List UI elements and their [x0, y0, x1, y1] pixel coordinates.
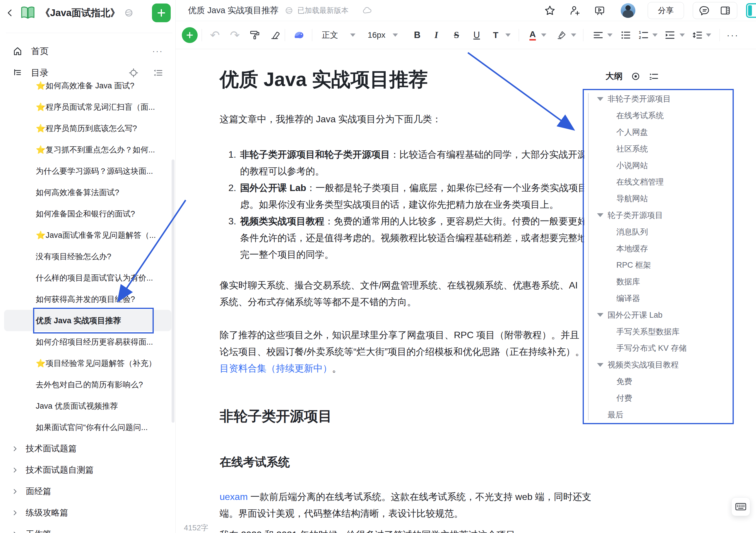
doc-link[interactable]: uexam [220, 492, 248, 502]
chevron-down-icon[interactable] [597, 97, 604, 101]
sidebar-section-item[interactable]: 面经篇 [4, 481, 171, 502]
sidebar-page-item[interactable]: 什么样的项目是面试官认为有价... [4, 267, 171, 289]
sidebar-page-item[interactable]: ⭐复习抓不到重点怎么办？如何... [4, 139, 171, 160]
outline-item[interactable]: 轮子类开源项目 [584, 207, 732, 224]
star-icon[interactable] [544, 5, 556, 16]
redo-button[interactable]: ↷ [230, 28, 240, 42]
clear-format-button[interactable]: T [493, 30, 498, 40]
present-icon[interactable] [594, 5, 606, 16]
share-button[interactable]: 分享 [648, 2, 684, 19]
chevron-down-icon[interactable] [597, 213, 604, 217]
outline-item[interactable]: 小说网站 [584, 157, 732, 174]
add-page-button[interactable] [152, 4, 171, 22]
chevron-down-icon[interactable] [597, 363, 604, 367]
comment-icon[interactable] [699, 5, 710, 16]
sidebar-page-item[interactable]: 优质 Java 实战项目推荐 [4, 310, 171, 331]
outline-list-icon[interactable] [649, 71, 659, 81]
sidebar-page-item[interactable]: 没有项目经验怎么办? [4, 246, 171, 267]
sidebar-section-item[interactable]: 技术面试题自测篇 [4, 459, 171, 481]
ai-assistant-icon[interactable] [293, 29, 305, 41]
outline-item[interactable]: 免费 [584, 373, 732, 390]
indent-button[interactable] [665, 30, 675, 40]
outline-item[interactable]: 个人网盘 [584, 124, 732, 141]
chevron-down-icon[interactable] [607, 33, 612, 37]
eye-icon[interactable] [631, 71, 641, 81]
outline-item[interactable]: 在线文档管理 [584, 174, 732, 190]
add-collaborator-icon[interactable] [569, 5, 581, 16]
keyboard-shortcuts-button[interactable] [731, 497, 750, 516]
chevron-down-icon[interactable] [652, 33, 658, 37]
sidebar-page-item[interactable]: 为什么要学习源码？源码这块面... [4, 160, 171, 182]
bold-button[interactable]: B [414, 30, 420, 40]
sidebar-page-item[interactable]: 如果面试官问“你有什么问题问... [4, 417, 171, 438]
sidebar-page-item[interactable]: 如何介绍项目经历更容易获得面... [4, 331, 171, 352]
numbered-list-button[interactable]: 12 [638, 30, 649, 40]
paragraph-style-select[interactable]: 正文 [322, 30, 338, 41]
sidebar-item-home[interactable]: 首页 ··· [4, 41, 171, 61]
outline-item[interactable]: 编译器 [584, 290, 732, 307]
chevron-down-icon[interactable] [392, 33, 398, 37]
outline-item[interactable]: 在线考试系统 [584, 107, 732, 124]
sidebar-page-item[interactable]: ⭐如何高效准备 Java 面试? [4, 75, 171, 96]
back-button[interactable] [5, 8, 15, 18]
outline-item[interactable]: 数据库 [584, 273, 732, 290]
outline-item-label: 非轮子类开源项目 [608, 94, 671, 104]
doc-link[interactable]: 目资料合集（持续更新中） [220, 363, 332, 373]
font-size-select[interactable]: 16px [368, 30, 386, 40]
sidebar-section-item[interactable]: 工作篇 [4, 523, 171, 533]
align-button[interactable] [593, 30, 604, 40]
chevron-right-icon [12, 510, 18, 516]
chevron-down-icon[interactable] [597, 313, 604, 317]
highlight-color-icon[interactable] [556, 30, 567, 40]
sidebar-page-label: 如果面试官问“你有什么问题问... [36, 422, 148, 433]
outline-item[interactable]: 导航网站 [584, 190, 732, 207]
sidebar-section-item[interactable]: 练级攻略篇 [4, 502, 171, 523]
sidebar-page-item[interactable]: ⭐Java面试准备常见问题解答（... [4, 224, 171, 246]
outline-panel: 非轮子类开源项目 在线考试系统 个人网盘 社区系统 小说网站 在线文档管理 [584, 91, 732, 423]
chevron-down-icon[interactable] [706, 33, 711, 37]
avatar[interactable] [621, 3, 635, 18]
font-color-button[interactable]: A [529, 30, 536, 40]
italic-button[interactable]: I [435, 30, 438, 40]
bullet-list-button[interactable] [620, 30, 631, 40]
undo-button[interactable]: ↶ [210, 28, 220, 42]
insert-block-button[interactable] [182, 27, 198, 43]
sidebar-page-item[interactable]: ⭐程序员面试常见词汇扫盲（面... [4, 96, 171, 117]
more-icon[interactable]: ··· [152, 46, 163, 56]
outline-item[interactable]: 社区系统 [584, 140, 732, 157]
sidebar-page-item[interactable]: 如何准备国企和银行的面试? [4, 203, 171, 224]
sidebar-page-label: 为什么要学习源码？源码这块面... [36, 166, 153, 176]
sidebar-page-item[interactable]: 去外包对自己的简历有影响么? [4, 374, 171, 395]
sidebar-layout-icon[interactable] [720, 5, 731, 16]
outline-item[interactable]: 手写关系型数据库 [584, 323, 732, 340]
chevron-down-icon[interactable] [680, 33, 685, 37]
chevron-down-icon[interactable] [350, 33, 356, 37]
outline-item[interactable]: 付费 [584, 390, 732, 406]
outline-item[interactable]: 本地缓存 [584, 240, 732, 257]
format-painter-icon[interactable] [250, 30, 260, 40]
outline-item[interactable]: 国外公开课 Lab [584, 307, 732, 323]
outline-item[interactable]: 最后 [584, 406, 732, 423]
side-panel-toggle-icon[interactable] [746, 3, 756, 18]
line-spacing-button[interactable] [692, 30, 703, 40]
underline-button[interactable]: U [473, 30, 480, 40]
chevron-down-icon[interactable] [571, 33, 576, 37]
outline-item[interactable]: 视频类实战项目教程 [584, 357, 732, 373]
outline-item-label: 在线考试系统 [616, 110, 664, 121]
outline-item[interactable]: 非轮子类开源项目 [584, 91, 732, 107]
sidebar-scrollbar[interactable] [172, 160, 175, 423]
sidebar-page-item[interactable]: 如何高效准备算法面试? [4, 182, 171, 203]
sidebar-page-item[interactable]: ⭐项目经验常见问题解答（补充） [4, 352, 171, 374]
chevron-down-icon[interactable] [541, 33, 546, 37]
sidebar-page-item[interactable]: 如何获得高并发的项目经验? [4, 289, 171, 310]
outline-item[interactable]: RPC 框架 [584, 257, 732, 273]
chevron-down-icon[interactable] [505, 33, 511, 37]
toolbar-more-button[interactable]: ··· [727, 30, 739, 40]
strikethrough-button[interactable]: S [454, 30, 459, 40]
eraser-icon[interactable] [269, 30, 280, 40]
sidebar-section-item[interactable]: 技术面试题篇 [4, 438, 171, 459]
outline-item[interactable]: 消息队列 [584, 223, 732, 240]
sidebar-page-item[interactable]: ⭐程序员简历到底该怎么写? [4, 117, 171, 139]
outline-item[interactable]: 手写分布式 KV 存储 [584, 340, 732, 357]
sidebar-page-item[interactable]: Java 优质面试视频推荐 [4, 395, 171, 417]
